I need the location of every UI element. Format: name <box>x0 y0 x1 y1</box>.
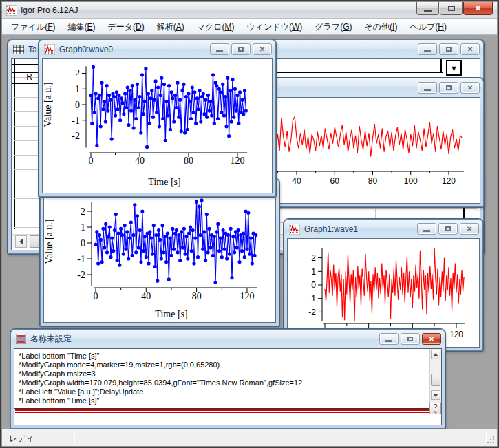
svg-text:0: 0 <box>94 291 98 301</box>
graph1-minimize-button[interactable] <box>417 223 436 235</box>
svg-text:-1: -1 <box>72 116 80 126</box>
table-column-divider <box>440 59 442 72</box>
menu-item-f[interactable]: ファイル(F) <box>5 19 61 35</box>
svg-text:0: 0 <box>89 156 94 166</box>
scroll-up-button[interactable] <box>431 350 440 359</box>
menu-item-m[interactable]: マクロ(M) <box>191 19 241 35</box>
table-row-line <box>14 198 41 199</box>
command-minimize-button[interactable] <box>379 333 399 345</box>
svg-text:0: 0 <box>75 100 80 110</box>
svg-text:2: 2 <box>81 206 85 217</box>
table-maximize-button[interactable] <box>439 43 458 55</box>
graph3-content: 04080120-2-1012Time [s]Value [a.u.] <box>43 198 276 323</box>
command-close-button[interactable]: ✕ <box>422 333 441 345</box>
svg-text:120: 120 <box>240 291 254 301</box>
table-close-button[interactable]: ✕ <box>460 43 480 55</box>
svg-text:100: 100 <box>404 176 418 186</box>
graph0-minimize-button[interactable] <box>210 43 229 55</box>
menu-item-h[interactable]: ヘルプ(H) <box>403 19 453 35</box>
g0-plot: 04080120-2-1012Time [s]Value [a.u.] <box>43 59 273 193</box>
minimize-button[interactable] <box>416 2 439 15</box>
app-icon <box>6 5 17 16</box>
graph2-maximize-button[interactable] <box>439 82 458 94</box>
command-history-line: *ModifyGraph width=170.079,height=85.039… <box>19 378 429 387</box>
graph2-close-button[interactable]: ✕ <box>460 82 480 94</box>
table-row-line <box>14 155 41 156</box>
table-left-header-bottom <box>12 83 41 84</box>
svg-text:-2: -2 <box>77 270 85 280</box>
close-button[interactable]: ✕ <box>463 2 493 15</box>
graph1-title: Graph1:wave1 <box>304 224 358 234</box>
graph0-title: Graph0:wave0 <box>59 45 113 54</box>
graph0-close-button[interactable]: ✕ <box>253 43 272 55</box>
scroll-thumb[interactable] <box>431 374 440 386</box>
svg-text:Time [s]: Time [s] <box>148 177 180 187</box>
table-icon <box>13 45 24 54</box>
svg-text:0: 0 <box>311 280 316 290</box>
text-caret <box>414 416 414 425</box>
command-titlebar[interactable]: 名称未設定 ✕ <box>11 330 445 348</box>
command-separator-top <box>15 409 429 411</box>
table-row-line <box>14 184 41 184</box>
svg-text:80: 80 <box>368 176 378 186</box>
graph2-minimize-button[interactable] <box>418 82 437 94</box>
maximize-button[interactable] <box>440 2 463 15</box>
svg-text:-1: -1 <box>77 254 85 264</box>
graph1-titlebar[interactable]: Graph1:wave1 ✕ <box>284 220 482 238</box>
command-content: *Label bottom "Time [s]"*ModifyGraph mod… <box>14 348 442 425</box>
main-titlebar[interactable]: Igor Pro 6.12AJ ✕ <box>2 2 497 19</box>
graph3-window: 04080120-2-1012Time [s]Value [a.u.] <box>40 178 279 326</box>
svg-text:80: 80 <box>192 291 202 301</box>
command-input[interactable] <box>14 413 429 425</box>
status-divider <box>74 432 75 443</box>
scroll-left-button[interactable] <box>15 235 27 248</box>
command-maximize-button[interactable] <box>401 333 420 345</box>
command-history[interactable]: *Label bottom "Time [s]"*ModifyGraph mod… <box>14 349 429 407</box>
menu-item-w[interactable]: ウィンドウ(W) <box>241 19 309 35</box>
svg-text:2: 2 <box>311 253 316 263</box>
mdi-area: Ta ✕ ▼ R <box>2 35 497 429</box>
command-history-line: *Label bottom "Time [s]" <box>19 352 429 361</box>
menu-item-a[interactable]: 解析(A) <box>151 19 191 35</box>
svg-text:Value [a.u.]: Value [a.u.] <box>44 220 54 264</box>
command-history-line: *ModifyGraph msize=3 <box>19 370 429 378</box>
igor-pro-window: Igor Pro 6.12AJ ✕ ファイル(F)編集(E)データ(D)解析(A… <box>0 0 499 448</box>
graph0-content: 04080120-2-1012Time [s]Value [a.u.] <box>42 58 273 193</box>
table-row-line <box>14 97 41 98</box>
svg-text:-2: -2 <box>308 308 316 317</box>
svg-text:120: 120 <box>231 156 245 166</box>
command-icon <box>16 334 26 344</box>
table-row-line <box>14 169 41 170</box>
graph1-maximize-button[interactable] <box>438 223 458 235</box>
svg-text:1: 1 <box>81 222 85 233</box>
table-grid-line <box>246 208 477 209</box>
command-history-line: *Label bottom "Time [s]" <box>19 396 429 405</box>
svg-text:40: 40 <box>292 176 301 186</box>
table-column-dropdown[interactable]: ▼ <box>446 60 462 76</box>
statusbar: レディ <box>2 429 497 446</box>
svg-text:120: 120 <box>449 330 463 339</box>
menu-item-d[interactable]: データ(D) <box>101 19 150 35</box>
help-button[interactable]: ?∿ <box>429 403 441 414</box>
graph0-maximize-button[interactable] <box>231 43 251 55</box>
graph0-titlebar[interactable]: Graph0:wave0 ✕ <box>39 40 275 58</box>
graph1-close-button[interactable]: ✕ <box>460 223 479 235</box>
svg-text:40: 40 <box>135 156 145 166</box>
menu-item-g[interactable]: グラフ(G) <box>308 19 358 35</box>
menu-item-e[interactable]: 編集(E) <box>61 19 101 35</box>
svg-text:120: 120 <box>442 176 456 186</box>
command-history-line: *ModifyGraph mode=4,marker=19,msize=1,rg… <box>19 361 429 370</box>
command-scrollbar[interactable] <box>429 349 441 403</box>
scroll-down-button[interactable] <box>431 390 440 400</box>
svg-text:-2: -2 <box>72 131 80 141</box>
menu-item-i[interactable]: その他(I) <box>359 19 404 35</box>
table-row-line <box>14 126 41 127</box>
menubar: ファイル(F)編集(E)データ(D)解析(A)マクロ(M)ウィンドウ(W)グラフ… <box>2 19 497 35</box>
resize-grip[interactable] <box>486 435 496 445</box>
table-row-line <box>14 213 41 213</box>
graph0-window: Graph0:wave0 ✕ 04080120-2-1012Time [s]Va… <box>39 39 276 197</box>
svg-text:0: 0 <box>81 238 85 248</box>
svg-text:1: 1 <box>75 84 80 94</box>
table-row-header: R <box>12 72 32 82</box>
table-minimize-button[interactable] <box>418 43 437 55</box>
